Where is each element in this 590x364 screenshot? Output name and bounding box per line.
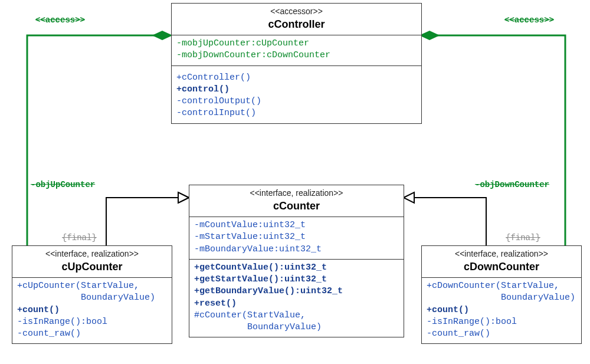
op: +reset() [194,298,400,310]
operations: +cUpCounter(StartValue, BoundaryValue) +… [12,277,172,343]
svg-marker-4 [404,192,414,203]
op: BoundaryValue) [194,322,400,333]
stereotype: <<interface, realization>> [16,248,168,260]
class-name: cUpCounter [16,260,168,274]
stereotype: <<interface, realization>> [425,248,578,260]
edge-upcounter-counter-realization [106,193,189,245]
class-cupcounter: <<interface, realization>> cUpCounter +c… [12,245,172,344]
attr: -mobjDownCounter:cDownCounter [176,50,418,61]
label-final-left: {final} [62,233,97,242]
op: -count_raw() [17,328,168,340]
operations: +getCountValue():uint32_t +getStartValue… [189,259,404,337]
class-ccounter: <<interface, realization>> cCounter -mCo… [189,185,404,337]
op: -count_raw() [427,328,578,340]
label-objdown: -objDownCounter [475,180,549,189]
svg-marker-2 [179,193,189,202]
operations: +cDownCounter(StartValue, BoundaryValue)… [422,277,581,343]
op: +count() [17,304,168,316]
class-header: <<interface, realization>> cUpCounter [12,246,172,277]
edge-downcounter-counter-realization [404,192,486,245]
class-ccontroller: <<accessor>> cController -mobjUpCounter:… [171,3,422,124]
label-access-right: <<access>> [504,15,554,25]
op: -controlOutput() [176,96,418,107]
op: +cController() [176,72,418,84]
edge-controller-downcounter [421,31,580,254]
svg-marker-0 [153,31,171,40]
op: BoundaryValue) [427,292,578,304]
op: -controlInput() [176,107,418,119]
stereotype: <<accessor>> [175,6,418,17]
op: +getBoundaryValue():uint32_t [194,286,400,297]
attr: -mobjUpCounter:cUpCounter [176,38,418,50]
stereotype: <<interface, realization>> [193,188,400,199]
attr: -mStartValue:uint32_t [194,231,400,243]
class-header: <<interface, realization>> cCounter [189,185,404,217]
op: +getCountValue():uint32_t [194,262,400,274]
svg-marker-1 [421,31,438,40]
op: -isInRange():bool [17,316,168,328]
op: +count() [427,304,578,316]
label-access-left: <<access>> [35,15,85,25]
attributes: -mobjUpCounter:cUpCounter -mobjDownCount… [172,35,421,65]
class-name: cController [175,17,418,31]
op: +cDownCounter(StartValue, [427,280,578,292]
attributes: -mCountValue:uint32_t -mStartValue:uint3… [189,217,404,259]
edge-upcounter-counter-arrow [178,192,189,203]
op: -isInRange():bool [427,316,578,328]
op: BoundaryValue) [17,292,168,304]
op: +control() [176,84,418,96]
op: +getStartValue():uint32_t [194,274,400,286]
uml-canvas: <<accessor>> cController -mobjUpCounter:… [0,0,590,364]
edge-controller-upcounter [12,31,171,254]
class-header: <<interface, realization>> cDownCounter [422,246,581,277]
op: #cCounter(StartValue, [194,310,400,322]
class-header: <<accessor>> cController [172,4,421,35]
class-cdowncounter: <<interface, realization>> cDownCounter … [421,245,582,344]
svg-marker-3 [178,192,189,203]
class-name: cCounter [193,199,400,213]
operations: +cController() +control() -controlOutput… [172,65,421,123]
label-final-right: {final} [506,233,540,242]
label-objup: -objUpCounter [31,180,95,189]
attr: -mBoundaryValue:uint32_t [194,244,400,255]
attr: -mCountValue:uint32_t [194,219,400,231]
op: +cUpCounter(StartValue, [17,280,168,292]
class-name: cDownCounter [425,260,578,274]
